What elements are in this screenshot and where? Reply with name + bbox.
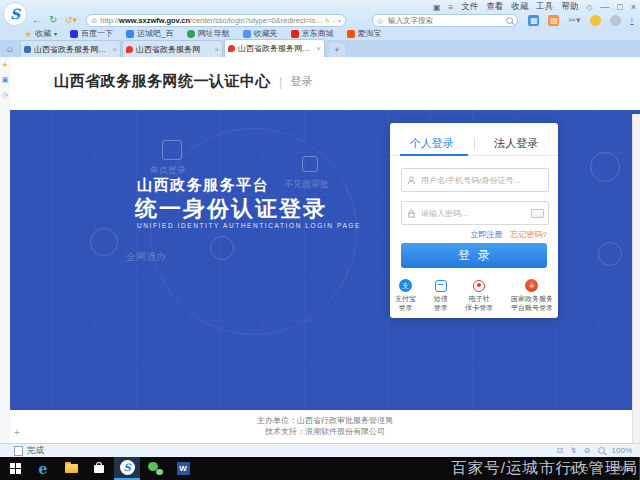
back-icon[interactable]: ←: [32, 13, 42, 27]
tab-underline-active: [400, 154, 468, 156]
speed-mode-icon[interactable]: ↯: [570, 446, 577, 455]
taskbar-browser-active[interactable]: S: [114, 457, 140, 480]
taskbar-edge[interactable]: e: [30, 457, 56, 480]
page-scrollbar[interactable]: [632, 114, 640, 480]
apps-grid-icon[interactable]: ▦: [528, 15, 539, 26]
search-icon[interactable]: [506, 17, 513, 24]
screenshot-scissors-icon[interactable]: ✂▾: [568, 15, 580, 25]
deco-nomeet-label: 不见面审批: [284, 178, 329, 191]
close-tab-icon[interactable]: ×: [214, 45, 219, 54]
tab-shanxi-home[interactable]: 山西省政务服务网_首页 ×: [20, 40, 121, 57]
close-button[interactable]: ×: [631, 2, 636, 12]
minimize-button[interactable]: —: [600, 2, 609, 12]
login-card: 个人登录 法人登录: [390, 123, 558, 318]
home-icon[interactable]: ⌂: [0, 41, 20, 57]
sms-login[interactable]: 短信 登录: [434, 279, 448, 312]
menu-favorites[interactable]: 收藏: [511, 1, 528, 13]
desktop-screen: ▣ ≡ 文件 查看 收藏 工具 帮助 ◇ — □ × S ← ↻ ↺▾ ⊘ ht…: [0, 0, 640, 480]
close-tab-icon[interactable]: ×: [316, 44, 321, 53]
status-text: 完成: [27, 445, 44, 457]
search-engine-icon[interactable]: ◎: [377, 17, 383, 25]
tab2-favicon: [126, 46, 133, 53]
tab-legal-login[interactable]: 法人登录: [475, 131, 559, 155]
zoom-level[interactable]: 100%: [612, 446, 632, 455]
skin-icon[interactable]: ◇: [586, 3, 592, 12]
menu-file[interactable]: 文件: [461, 1, 478, 13]
footer-tech-line: 技术支持：浪潮软件股份有限公司: [10, 426, 640, 437]
tab-auth-center-active[interactable]: 山西省政务服务网统一认... ×: [224, 39, 325, 57]
baidu-favicon: [70, 30, 78, 38]
search-box[interactable]: ◎: [372, 14, 518, 27]
reader-mode-icon[interactable]: ▤: [548, 15, 559, 26]
register-link[interactable]: 立即注册: [471, 229, 503, 240]
deco-right-circle2: [598, 242, 622, 266]
tab-strip: ⌂ 山西省政务服务网_首页 × 山西省政务服务网 × 山西省政务服务网统一认..…: [0, 40, 640, 57]
menu-list-icon[interactable]: ≡: [448, 3, 453, 12]
url-host: www.sxzwfw.gov.cn: [119, 16, 190, 25]
close-tab-icon[interactable]: ×: [112, 45, 117, 54]
alipay-icon: 支: [399, 279, 412, 292]
alipay-login[interactable]: 支 支付宝 登录: [395, 279, 416, 312]
restore-tab-icon[interactable]: ↺▾: [65, 13, 77, 27]
login-submit-button[interactable]: 登录: [401, 243, 547, 268]
tab-shanxi-portal[interactable]: 山西省政务服务网 ×: [122, 40, 223, 57]
bookmark-item-favfolder[interactable]: 收藏夹: [243, 28, 278, 39]
username-input[interactable]: [419, 175, 547, 186]
menu-view[interactable]: 查看: [486, 1, 503, 13]
site-safety-icon[interactable]: ⊘: [91, 16, 97, 25]
bookmark-item-nav[interactable]: 网址导航: [187, 28, 230, 39]
sidebar-favorites-icon[interactable]: ★: [2, 61, 8, 69]
taskbar-store[interactable]: [86, 457, 112, 480]
taskbar-explorer[interactable]: [58, 457, 84, 480]
bookmark-item-jd[interactable]: 京东商城: [291, 28, 334, 39]
shield-block-icon[interactable]: ⊘: [584, 446, 591, 455]
start-button[interactable]: [2, 457, 28, 480]
address-bar[interactable]: ⊘ http://www.sxzwfw.gov.cn/center/sso/lo…: [86, 14, 346, 27]
password-input[interactable]: [419, 208, 531, 219]
favorites-menu[interactable]: ★ 收藏 ▾: [24, 28, 57, 39]
browser-navbar: ← ↻ ↺▾ ⊘ http://www.sxzwfw.gov.cn/center…: [0, 13, 640, 27]
sidebar-apps-icon[interactable]: ▣: [2, 76, 9, 84]
password-field[interactable]: [401, 201, 549, 225]
deco-asterisk-icon: [210, 236, 234, 260]
page-plus-mark: +: [14, 427, 20, 438]
favorite-star-icon[interactable]: ☆: [331, 16, 338, 25]
taskbar-wechat[interactable]: [142, 457, 168, 480]
window-layout-icon[interactable]: ▣: [433, 3, 441, 12]
bookmark-item-tieba[interactable]: 运城吧_百: [126, 28, 173, 39]
extensions-icon[interactable]: [610, 15, 621, 26]
taskbar-word[interactable]: W: [170, 457, 196, 480]
maximize-button[interactable]: □: [617, 2, 622, 12]
taobao-favicon: [347, 30, 355, 38]
menu-tools[interactable]: 工具: [536, 1, 553, 13]
dropdown-arrow-icon[interactable]: ▾: [338, 17, 341, 24]
virtual-keyboard-icon[interactable]: [531, 209, 544, 218]
url-protocol: http://: [100, 16, 119, 25]
zoom-icon[interactable]: [598, 447, 605, 454]
new-tab-button[interactable]: +: [329, 43, 345, 57]
browser-statusbar: 完成 ⊡ ↯ ⊘ 100%: [0, 443, 640, 457]
sso-grid-icon: [162, 140, 182, 160]
national-gov-platform-login[interactable]: ★ 国家政务服务 平台账号登录: [511, 279, 553, 312]
bookmark-item-baidu[interactable]: 百度一下: [70, 28, 113, 39]
download-icon[interactable]: ↓: [630, 15, 635, 25]
forgot-password-link[interactable]: 忘记密码?: [511, 229, 547, 240]
sidebar-history-icon[interactable]: ◷: [2, 91, 8, 99]
menu-help[interactable]: 帮助: [561, 1, 578, 13]
social-security-card-login[interactable]: 电子社 保卡登录: [465, 279, 493, 312]
social-login-row: 支 支付宝 登录 短信 登录 电子社 保卡登录: [395, 279, 553, 312]
tab-personal-login[interactable]: 个人登录: [390, 131, 474, 155]
refresh-icon[interactable]: ↻: [49, 13, 57, 27]
paint-theme-icon[interactable]: [590, 15, 601, 26]
bookmark-item-taobao[interactable]: 爱淘宝: [347, 28, 382, 39]
lightning-icon[interactable]: ϟ: [325, 16, 329, 25]
media-capture-icon[interactable]: ⊡: [556, 446, 563, 455]
url-path: /center/sso/login?utype=0&redirect=istru…: [190, 16, 323, 25]
nav-site-favicon: [187, 30, 195, 38]
search-input[interactable]: [386, 15, 503, 26]
username-field[interactable]: [401, 168, 549, 192]
tieba-favicon: [126, 30, 134, 38]
browser-logo-icon[interactable]: S: [3, 2, 27, 26]
wechat-icon: [148, 462, 163, 475]
banner-line1: 山西政务服务平台: [137, 176, 269, 195]
